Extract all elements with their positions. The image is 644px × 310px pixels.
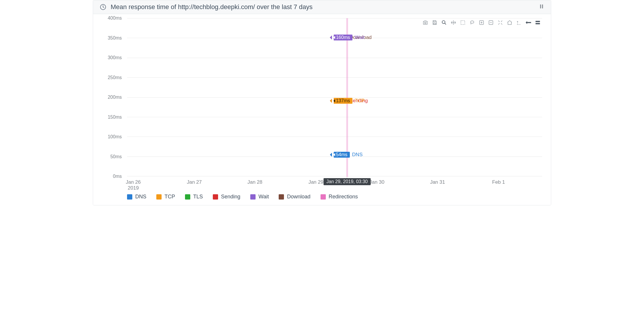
chart[interactable]: 0ms50ms100ms150ms200ms250ms300ms350ms400… — [99, 18, 545, 200]
x-tick-label: Jan 27 — [187, 179, 202, 185]
y-tick-label: 400ms — [108, 16, 122, 21]
x-tick-label: Jan 29 — [309, 179, 323, 185]
zoom-out-icon[interactable] — [488, 19, 494, 26]
pause-icon[interactable] — [539, 4, 544, 11]
svg-rect-1 — [540, 4, 541, 8]
svg-rect-4 — [434, 23, 436, 24]
legend-label: TCP — [165, 194, 175, 200]
box-select-icon[interactable] — [460, 19, 466, 26]
x-tick-label: Jan 262019 — [126, 179, 141, 191]
svg-point-3 — [424, 22, 426, 23]
legend-label: Redirections — [329, 194, 358, 200]
svg-rect-11 — [536, 21, 540, 22]
legend-swatch — [185, 194, 190, 200]
chart-toolbar — [422, 19, 541, 26]
svg-rect-6 — [461, 21, 465, 24]
legend-label: Sending — [221, 194, 240, 200]
y-tick-label: 200ms — [108, 95, 122, 100]
y-tick-label: 300ms — [108, 55, 122, 60]
svg-point-10 — [517, 21, 518, 22]
legend-swatch — [250, 194, 256, 200]
legend-item-tls[interactable]: TLS — [185, 194, 203, 200]
legend-label: Wait — [258, 194, 269, 200]
legend-item-wait[interactable]: Wait — [250, 194, 269, 200]
legend-item-download[interactable]: Download — [279, 194, 310, 200]
legend-swatch — [213, 194, 218, 200]
bars — [127, 18, 542, 176]
panel-body: 0ms50ms100ms150ms200ms250ms300ms350ms400… — [93, 14, 551, 205]
hover-compare-icon[interactable] — [535, 19, 541, 26]
legend-label: Download — [287, 194, 310, 200]
legend: DNSTCPTLSSendingWaitDownloadRedirections — [127, 194, 542, 200]
legend-label: DNS — [135, 194, 146, 200]
x-tick-label: Jan 28 — [247, 179, 262, 185]
autoscale-icon[interactable] — [497, 19, 503, 26]
svg-rect-2 — [542, 4, 543, 8]
camera-icon[interactable] — [422, 19, 429, 26]
legend-label: TLS — [193, 194, 203, 200]
y-tick-label: 100ms — [108, 134, 122, 139]
x-tick-label: Jan 30 — [369, 179, 384, 185]
legend-swatch — [156, 194, 162, 200]
home-icon[interactable] — [506, 19, 513, 26]
pan-icon[interactable] — [450, 19, 457, 26]
y-tick-label: 0ms — [113, 174, 122, 179]
legend-swatch — [321, 194, 326, 200]
svg-point-5 — [442, 21, 445, 23]
legend-item-sending[interactable]: Sending — [213, 194, 240, 200]
legend-item-tcp[interactable]: TCP — [156, 194, 175, 200]
save-icon[interactable] — [431, 19, 438, 26]
legend-item-dns[interactable]: DNS — [127, 194, 146, 200]
zoom-in-icon[interactable] — [478, 19, 485, 26]
x-tick-label: Jan 31 — [430, 179, 445, 185]
svg-point-7 — [470, 21, 474, 23]
y-tick-label: 350ms — [108, 35, 122, 41]
legend-swatch — [127, 194, 132, 200]
legend-item-redir[interactable]: Redirections — [321, 194, 358, 200]
y-axis: 0ms50ms100ms150ms200ms250ms300ms350ms400… — [99, 18, 124, 176]
zoom-icon[interactable] — [441, 19, 447, 26]
cursor-time-readout: Jan 29, 2019, 03:30 — [323, 178, 371, 185]
spike-lines-icon[interactable] — [516, 19, 522, 26]
svg-rect-12 — [536, 23, 540, 24]
lasso-icon[interactable] — [469, 19, 475, 26]
hover-closest-icon[interactable] — [525, 19, 532, 26]
panel: Mean response time of http://techblog.de… — [93, 0, 551, 205]
legend-swatch — [279, 194, 284, 200]
y-tick-label: 250ms — [108, 75, 122, 80]
panel-title: Mean response time of http://techblog.de… — [111, 3, 313, 11]
x-tick-label: Feb 1 — [492, 179, 505, 185]
panel-header: Mean response time of http://techblog.de… — [93, 0, 551, 14]
y-tick-label: 150ms — [108, 115, 122, 120]
clock-icon — [100, 4, 107, 11]
plot-area[interactable]: 0msDownload160msWait0msSending137msTCP54… — [127, 18, 542, 176]
y-tick-label: 50ms — [110, 154, 122, 159]
